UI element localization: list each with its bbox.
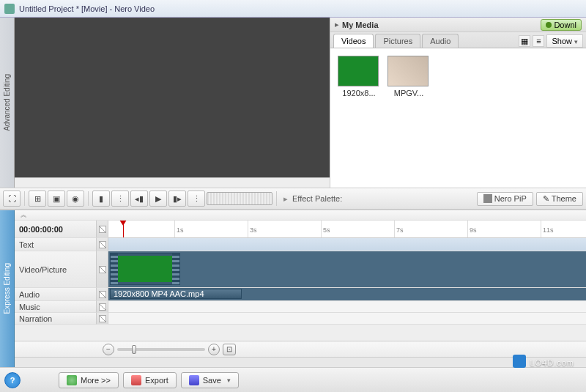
time-ruler[interactable]: 1s 3s 5s 7s 9s 11s 13s bbox=[108, 221, 586, 238]
ruler-tick: 11s bbox=[541, 221, 554, 237]
track-label-audio: Audio bbox=[15, 288, 97, 301]
next-frame-icon[interactable]: ▮▸ bbox=[168, 191, 186, 207]
help-button[interactable]: ? bbox=[4, 372, 21, 388]
timeline-collapse-row[interactable]: ︽ bbox=[15, 210, 586, 221]
media-item[interactable]: 1920x8... bbox=[338, 56, 380, 97]
track-area-music[interactable] bbox=[108, 301, 586, 313]
preview-scrollbar[interactable] bbox=[15, 177, 330, 188]
tab-advanced-label: Advanced Editing bbox=[3, 74, 11, 131]
track-area-text[interactable] bbox=[108, 238, 586, 251]
playback-toolbar: ⛶ ⊞ ▣ ◉ ▮ ⋮ ◂▮ ▶ ▮▸ ⋮ ▸ Effect Palette: … bbox=[0, 188, 586, 210]
export-button[interactable]: Export bbox=[123, 372, 177, 388]
tracks: 00:00:00:00 1s 3s 5s 7s 9s 11s 13s Text bbox=[15, 221, 586, 341]
fullscreen-icon[interactable]: ⛶ bbox=[3, 191, 21, 207]
tool-icon[interactable]: ⊞ bbox=[29, 191, 46, 207]
video-preview[interactable] bbox=[15, 18, 330, 177]
chevron-up-icon: ︽ bbox=[21, 210, 27, 220]
track-toggle[interactable] bbox=[97, 238, 108, 251]
prev-frame-icon[interactable]: ◂▮ bbox=[130, 191, 148, 207]
view-grid-icon[interactable]: ▦ bbox=[519, 35, 530, 47]
track-toggle[interactable] bbox=[97, 313, 108, 325]
pip-icon bbox=[483, 194, 492, 203]
download-label: Downl bbox=[554, 21, 576, 29]
video-clip[interactable] bbox=[110, 253, 180, 285]
nero-pip-button[interactable]: Nero PiP bbox=[477, 192, 533, 206]
main-row: Advanced Editing ▸ My Media Downl Videos… bbox=[0, 18, 586, 188]
media-panel: ▸ My Media Downl Videos Pictures Audio ▦… bbox=[330, 18, 586, 188]
media-item-label: MPGV... bbox=[387, 89, 430, 97]
split-icon[interactable]: ⋮ bbox=[111, 191, 129, 207]
timeline-body: ︽ 00:00:00:00 1s 3s 5s 7s 9s 11s 13s Tex… bbox=[15, 210, 586, 367]
thumbnail-icon bbox=[387, 56, 429, 86]
chevron-right-icon[interactable]: ▸ bbox=[335, 20, 339, 29]
theme-button[interactable]: ✎Theme bbox=[536, 192, 583, 206]
tab-express-label: Express Editing bbox=[3, 263, 11, 314]
ruler-tick: 3s bbox=[248, 221, 257, 237]
zoom-in-button[interactable]: + bbox=[208, 344, 220, 355]
media-header: ▸ My Media Downl bbox=[330, 18, 586, 32]
mark-out-icon[interactable]: ⋮ bbox=[188, 191, 205, 207]
media-body: 1920x8... MPGV... bbox=[330, 48, 586, 188]
chevron-right-icon[interactable]: ▸ bbox=[283, 194, 288, 204]
track-toggle[interactable] bbox=[97, 221, 108, 238]
track-text: Text bbox=[15, 238, 586, 251]
thumbnail-icon bbox=[338, 56, 379, 86]
effect-palette-label: Effect Palette: bbox=[292, 194, 342, 203]
jog-scrubber[interactable] bbox=[207, 192, 272, 205]
slider-handle[interactable] bbox=[132, 345, 136, 354]
play-icon[interactable]: ▶ bbox=[149, 191, 167, 207]
ruler-row: 00:00:00:00 1s 3s 5s 7s 9s 11s 13s bbox=[15, 221, 586, 238]
track-label-narration: Narration bbox=[15, 313, 97, 325]
view-list-icon[interactable]: ≡ bbox=[533, 35, 544, 47]
track-area-video[interactable] bbox=[108, 251, 586, 288]
tab-videos[interactable]: Videos bbox=[333, 34, 374, 48]
app-icon bbox=[4, 4, 15, 14]
track-toggle[interactable] bbox=[97, 301, 108, 313]
track-toggle[interactable] bbox=[97, 251, 108, 288]
more-icon bbox=[67, 375, 77, 385]
media-title: My Media bbox=[342, 21, 379, 29]
save-button[interactable]: Save bbox=[181, 372, 239, 388]
audio-clip[interactable]: 1920x800 MP4 AAC.mp4 bbox=[110, 289, 242, 299]
track-label-text: Text bbox=[15, 238, 97, 251]
zoom-out-button[interactable]: − bbox=[103, 344, 114, 355]
timeline-scrollbar[interactable] bbox=[15, 357, 586, 367]
tab-express-editing[interactable]: Express Editing bbox=[0, 210, 15, 367]
track-narration: Narration bbox=[15, 313, 586, 325]
tab-audio[interactable]: Audio bbox=[422, 34, 459, 48]
tab-pictures[interactable]: Pictures bbox=[375, 34, 420, 48]
window-title: Untitled Project * [Movie] - Nero Video bbox=[19, 4, 155, 13]
zoom-controls: − + ⊡ bbox=[15, 341, 586, 357]
more-button[interactable]: More >> bbox=[59, 372, 119, 388]
track-video: Video/Picture bbox=[15, 251, 586, 288]
tool-icon[interactable]: ▣ bbox=[48, 191, 65, 207]
wand-icon: ✎ bbox=[543, 194, 549, 204]
titlebar: Untitled Project * [Movie] - Nero Video bbox=[0, 0, 586, 18]
zoom-fit-button[interactable]: ⊡ bbox=[223, 344, 236, 355]
show-dropdown[interactable]: Show bbox=[546, 34, 583, 48]
download-button[interactable]: Downl bbox=[541, 19, 582, 31]
preview-column bbox=[15, 18, 330, 188]
filmstrip-icon bbox=[172, 254, 179, 284]
bottom-bar: ? More >> Export Save bbox=[0, 367, 586, 392]
track-label-video: Video/Picture bbox=[15, 251, 97, 288]
track-audio: Audio 1920x800 MP4 AAC.mp4 bbox=[15, 288, 586, 301]
snapshot-icon[interactable]: ◉ bbox=[67, 191, 84, 207]
media-item[interactable]: MPGV... bbox=[387, 56, 430, 97]
track-area-narration[interactable] bbox=[108, 313, 586, 325]
mark-in-icon[interactable]: ▮ bbox=[92, 191, 110, 207]
track-area-audio[interactable]: 1920x800 MP4 AAC.mp4 bbox=[108, 288, 586, 301]
download-icon bbox=[546, 22, 552, 28]
track-label-music: Music bbox=[15, 301, 97, 313]
media-item-label: 1920x8... bbox=[338, 89, 380, 97]
zoom-slider[interactable] bbox=[117, 348, 205, 351]
export-icon bbox=[131, 375, 141, 385]
track-toggle[interactable] bbox=[97, 288, 108, 301]
tab-advanced-editing[interactable]: Advanced Editing bbox=[0, 18, 15, 188]
filmstrip-icon bbox=[111, 254, 118, 284]
playhead[interactable] bbox=[123, 221, 124, 237]
ruler-tick: 7s bbox=[394, 221, 404, 237]
timeline-section: Express Editing ︽ 00:00:00:00 1s 3s 5s 7… bbox=[0, 210, 586, 367]
media-tabs: Videos Pictures Audio ▦ ≡ Show bbox=[330, 32, 586, 48]
clip-thumbnail bbox=[118, 256, 172, 282]
